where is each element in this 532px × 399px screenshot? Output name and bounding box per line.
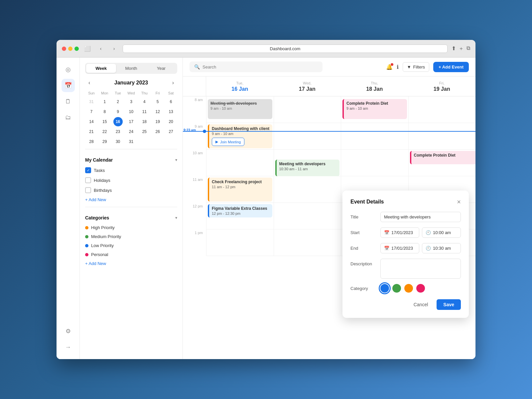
holidays-checkbox[interactable] (85, 177, 91, 183)
event-complete-protein-diet-fri[interactable]: Complete Protein Diet (410, 151, 476, 164)
category-personal[interactable]: Personal (85, 250, 177, 259)
cal-day-11[interactable]: 11 (140, 107, 149, 116)
back-button[interactable]: ‹ (96, 44, 105, 53)
cal-day-31[interactable]: 31 (126, 137, 136, 146)
end-date-input[interactable]: 📅 17/01/2023 (380, 243, 419, 253)
cancel-button[interactable]: Cancel (408, 299, 434, 310)
cal-day-17[interactable]: 17 (126, 117, 136, 126)
cal-day-2[interactable]: 2 (113, 97, 123, 106)
maximize-traffic-light[interactable] (74, 47, 79, 51)
cal-day-3[interactable]: 3 (126, 97, 136, 106)
sidebar-icon-folder[interactable]: 🗂 (62, 111, 75, 124)
event-description-input[interactable] (380, 259, 461, 279)
cal-day-18[interactable]: 18 (140, 117, 149, 126)
holidays-label: Holidays (94, 178, 110, 183)
tabs-icon[interactable]: ⧉ (466, 45, 470, 52)
event-check-freelancing[interactable]: Check Freelancing project 11 am - 12 pm (208, 178, 272, 201)
cal-day-9[interactable]: 9 (113, 107, 123, 116)
cal-day-8[interactable]: 8 (100, 107, 109, 116)
sidebar-icon-settings[interactable]: ⚙ (62, 325, 75, 338)
modal-close-button[interactable]: × (457, 199, 461, 205)
close-traffic-light[interactable] (62, 47, 66, 51)
cal-day-27[interactable]: 27 (166, 127, 176, 136)
start-time-input[interactable]: 🕙 10:00 am (422, 227, 461, 238)
cal-day-28[interactable]: 28 (87, 137, 96, 146)
event-title-figma: Figma Variable Extra Classes (212, 206, 270, 211)
cal-day-24[interactable]: 24 (126, 127, 136, 136)
end-time-input[interactable]: 🕙 10:30 am (422, 243, 461, 253)
cal-day-30[interactable]: 30 (113, 137, 123, 146)
category-orange[interactable] (404, 284, 413, 293)
cal-day-7[interactable]: 7 (87, 107, 96, 116)
category-low-priority[interactable]: Low Priority (85, 241, 177, 250)
time-slot-fri-9am (408, 123, 476, 150)
filters-button[interactable]: ▼ Filters (403, 62, 429, 72)
cal-day-13[interactable]: 13 (166, 107, 176, 116)
notification-button[interactable]: 🔔 (386, 64, 393, 70)
week-view-btn[interactable]: Week (86, 64, 116, 73)
divider-2 (85, 207, 177, 207)
cal-day-6[interactable]: 6 (166, 97, 176, 106)
calendar-item-tasks[interactable]: ✓ Tasks (85, 165, 177, 175)
tasks-checkbox[interactable]: ✓ (85, 167, 91, 173)
add-event-button[interactable]: + Add Event (433, 62, 469, 72)
calendar-item-holidays[interactable]: Holidays (85, 175, 177, 185)
join-meeting-button[interactable]: ▶ Join Meeting (212, 138, 244, 146)
cal-day-15[interactable]: 15 (100, 117, 109, 126)
traffic-lights (62, 47, 79, 51)
birthdays-checkbox[interactable] (85, 187, 91, 193)
cal-day-23[interactable]: 23 (113, 127, 123, 136)
event-complete-protein-diet-thu[interactable]: Complete Protein Diet 9 am - 10 am (342, 99, 407, 119)
cal-day-21[interactable]: 21 (87, 127, 96, 136)
category-green[interactable] (392, 284, 401, 293)
cal-day-31-prev[interactable]: 31 (87, 97, 96, 106)
event-title-input[interactable] (380, 212, 461, 222)
cal-day-19[interactable]: 19 (153, 117, 162, 126)
cal-day-1[interactable]: 1 (100, 97, 109, 106)
event-figma-variable[interactable]: Figma Variable Extra Classes 12 pm - 12:… (208, 204, 272, 217)
start-date-input[interactable]: 📅 17/01/2023 (380, 227, 419, 238)
sidebar-icon-calendar[interactable]: 📅 (62, 79, 75, 92)
save-button[interactable]: Save (437, 299, 461, 310)
categories-section-header[interactable]: Categories ▾ (85, 210, 177, 223)
category-medium-priority[interactable]: Medium Priority (85, 232, 177, 241)
next-month-button[interactable]: › (170, 79, 176, 86)
search-input[interactable] (202, 65, 318, 69)
address-bar[interactable]: Dashboard.com (123, 45, 448, 53)
add-new-category-button[interactable]: + Add New (85, 259, 106, 268)
cal-day-22[interactable]: 22 (100, 127, 109, 136)
event-dashboard-meeting-client[interactable]: Dashboard Meeting with client 9 am - 10 … (208, 124, 272, 148)
category-pink[interactable] (416, 284, 425, 293)
icon-sidebar: ◎ 📅 🗒 🗂 ⚙ → (57, 58, 80, 359)
cal-day-10[interactable]: 10 (126, 107, 136, 116)
cal-day-25[interactable]: 25 (140, 127, 149, 136)
cal-day-12[interactable]: 12 (153, 107, 162, 116)
share-icon[interactable]: ⬆ (452, 45, 456, 52)
minimize-traffic-light[interactable] (68, 47, 72, 51)
forward-button[interactable]: › (109, 44, 119, 53)
cal-day-26[interactable]: 26 (153, 127, 162, 136)
info-button[interactable]: ℹ (397, 64, 399, 70)
event-meeting-developers-wed[interactable]: Meeting with developers 10:30 am - 11 am (275, 160, 340, 176)
prev-month-button[interactable]: ‹ (86, 79, 92, 86)
cal-day-16-today[interactable]: 16 (113, 117, 123, 126)
category-blue[interactable] (380, 284, 389, 293)
year-view-btn[interactable]: Year (146, 64, 176, 73)
add-new-calendar-button[interactable]: + Add New (85, 195, 106, 204)
calendar-item-birthdays[interactable]: Birthdays (85, 185, 177, 195)
cal-day-20[interactable]: 20 (166, 117, 176, 126)
category-high-priority[interactable]: High Priority (85, 223, 177, 232)
my-calendar-section-header[interactable]: My Calendar ▾ (85, 152, 177, 165)
modal-field-description: Description (350, 259, 461, 279)
cal-day-4[interactable]: 4 (140, 97, 149, 106)
tab-switcher-button[interactable]: ⬜ (83, 44, 92, 53)
month-view-btn[interactable]: Month (116, 64, 146, 73)
cal-day-29[interactable]: 29 (100, 137, 109, 146)
event-meeting-developers-canceled[interactable]: Meeting with developers 9 am - 10 am (208, 99, 272, 119)
cal-day-5[interactable]: 5 (153, 97, 162, 106)
sidebar-icon-logout[interactable]: → (62, 340, 75, 354)
new-tab-icon[interactable]: ＋ (459, 45, 464, 52)
sidebar-icon-target[interactable]: ◎ (62, 63, 75, 76)
cal-day-14[interactable]: 14 (87, 117, 96, 126)
sidebar-icon-docs[interactable]: 🗒 (62, 95, 75, 108)
